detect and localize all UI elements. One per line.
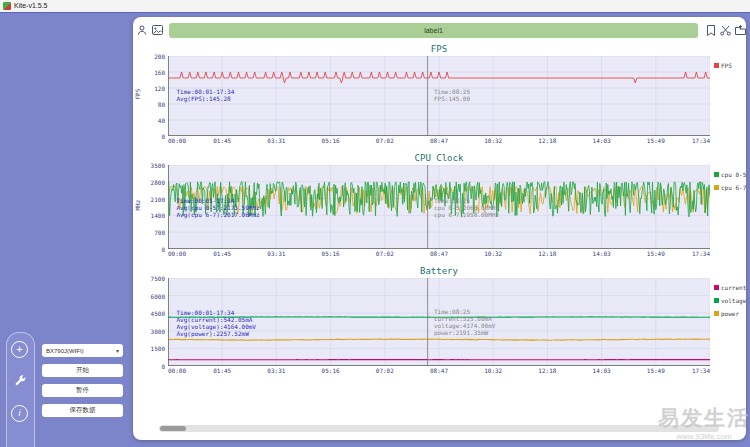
legend-label: FPS <box>721 62 732 69</box>
y-tick-label: 3000 <box>151 328 165 335</box>
y-tick-label: 40 <box>158 117 165 124</box>
device-select-value: BX790J(WIFI) <box>46 348 84 354</box>
x-tick-label: 03:31 <box>267 137 285 144</box>
y-tick-label: 200 <box>154 53 165 60</box>
info-icon: i <box>19 408 21 419</box>
x-tick-label: 08:47 <box>430 137 448 144</box>
x-tick-label: 05:16 <box>322 367 340 374</box>
image-icon[interactable] <box>152 25 163 36</box>
y-tick-label: 160 <box>154 69 165 76</box>
x-tick-label: 07:02 <box>376 137 394 144</box>
x-tick-label: 12:18 <box>538 137 556 144</box>
label-field[interactable]: label1 <box>169 23 698 38</box>
control-panel: BX790J(WIFI) ▾ 开始 暂停 保存数据 <box>42 344 123 424</box>
legend-item: voltage <box>714 297 746 304</box>
main-panel: label1 FPSFPS04080120160200Time:00:01-17… <box>133 17 746 440</box>
y-tick-label: 1400 <box>151 212 165 219</box>
legend-label: cpu 0-5 <box>721 171 746 178</box>
side-toolbar: + i <box>6 332 35 447</box>
chart-plot-cpu[interactable]: Time:00:01-17:34Avg(cpu 0-5):2173.59MHzA… <box>168 165 710 249</box>
settings-button[interactable] <box>12 373 29 390</box>
y-tick-label: 1500 <box>151 345 165 352</box>
y-tick-label: 3500 <box>151 162 165 169</box>
y-tick-label: 2800 <box>151 179 165 186</box>
x-tick-label: 01:45 <box>213 137 231 144</box>
y-axis-label: FPS <box>134 89 141 100</box>
start-button[interactable]: 开始 <box>42 364 123 377</box>
save-data-button[interactable]: 保存数据 <box>42 404 123 417</box>
x-tick-label: 07:02 <box>376 250 394 257</box>
chart-battery: Battery015003000450060007500Time:00:01-1… <box>133 265 746 375</box>
legend-item: FPS <box>714 62 746 69</box>
chart-title-cpu: CPU Clock <box>133 152 710 165</box>
app-icon <box>3 2 11 10</box>
x-tick-label: 07:02 <box>376 367 394 374</box>
user-icon[interactable] <box>137 25 148 36</box>
charts-container: FPSFPS04080120160200Time:00:01-17:34Avg(… <box>133 43 746 382</box>
legend-item: cpu 0-5 <box>714 171 746 178</box>
scissors-icon[interactable] <box>720 25 731 36</box>
legend-item: power <box>714 310 746 317</box>
x-tick-label: 17:34 <box>692 137 710 144</box>
device-select[interactable]: BX790J(WIFI) ▾ <box>42 344 123 357</box>
x-tick-label: 17:34 <box>692 367 710 374</box>
legend-swatch <box>714 172 719 177</box>
chart-legend: cpu 0-5cpu 6-7 <box>710 165 746 249</box>
x-tick-label: 03:31 <box>267 367 285 374</box>
x-tick-label: 12:18 <box>538 367 556 374</box>
x-tick-label: 08:47 <box>430 367 448 374</box>
x-tick-label: 01:45 <box>213 367 231 374</box>
y-tick-label: 4500 <box>151 310 165 317</box>
add-button[interactable]: + <box>11 341 28 358</box>
x-tick-label: 08:47 <box>430 250 448 257</box>
y-tick-label: 7500 <box>151 275 165 282</box>
info-button[interactable]: i <box>11 405 28 422</box>
x-tick-label: 10:32 <box>484 137 502 144</box>
chart-legend: FPS <box>710 56 746 136</box>
pause-button[interactable]: 暂停 <box>42 384 123 397</box>
legend-label: voltage <box>721 297 746 304</box>
x-tick-label: 10:32 <box>484 367 502 374</box>
horizontal-scrollbar[interactable] <box>159 425 719 432</box>
titlebar: Kite-v1.5.5 <box>0 0 750 13</box>
x-tick-label: 00:00 <box>168 367 186 374</box>
x-tick-label: 10:32 <box>484 250 502 257</box>
x-tick-label: 14:03 <box>593 367 611 374</box>
y-tick-label: 2100 <box>151 196 165 203</box>
x-tick-label: 01:45 <box>213 250 231 257</box>
legend-swatch <box>714 185 719 190</box>
y-tick-label: 120 <box>154 85 165 92</box>
y-tick-label: 0 <box>161 246 165 253</box>
x-tick-label: 15:49 <box>647 367 665 374</box>
x-tick-label: 14:03 <box>593 137 611 144</box>
x-tick-label: 00:00 <box>168 250 186 257</box>
wrench-icon <box>14 373 27 391</box>
window-title: Kite-v1.5.5 <box>14 2 47 10</box>
y-axis-label: MHz <box>134 200 141 211</box>
legend-swatch <box>714 285 719 290</box>
chart-title-battery: Battery <box>133 265 710 278</box>
y-tick-label: 80 <box>158 101 165 108</box>
x-tick-label: 14:03 <box>593 250 611 257</box>
x-tick-label: 15:49 <box>647 250 665 257</box>
legend-item: current <box>714 284 746 291</box>
scrollbar-thumb[interactable] <box>160 426 186 431</box>
y-tick-label: 0 <box>161 363 165 370</box>
chart-cpu: CPU ClockMHz07001400210028003500Time:00:… <box>133 152 746 258</box>
chart-fps: FPSFPS04080120160200Time:00:01-17:34Avg(… <box>133 43 746 145</box>
plus-icon: + <box>16 344 22 355</box>
chart-legend: currentvoltagepower <box>710 278 746 366</box>
chart-toolbar: label1 <box>133 21 746 39</box>
legend-swatch <box>714 63 719 68</box>
legend-label: current <box>721 284 746 291</box>
save-icon[interactable] <box>705 25 716 36</box>
x-tick-label: 17:34 <box>692 250 710 257</box>
x-tick-label: 15:49 <box>647 137 665 144</box>
chevron-down-icon: ▾ <box>116 347 119 354</box>
legend-label: power <box>721 310 739 317</box>
chart-plot-fps[interactable]: Time:00:01-17:34Avg(FPS):145.28Time:08:2… <box>168 56 710 136</box>
export-icon[interactable] <box>735 25 746 36</box>
chart-title-fps: FPS <box>133 43 710 56</box>
legend-swatch <box>714 311 719 316</box>
chart-plot-battery[interactable]: Time:00:01-17:34Avg(current):542.05mAAvg… <box>168 278 710 366</box>
